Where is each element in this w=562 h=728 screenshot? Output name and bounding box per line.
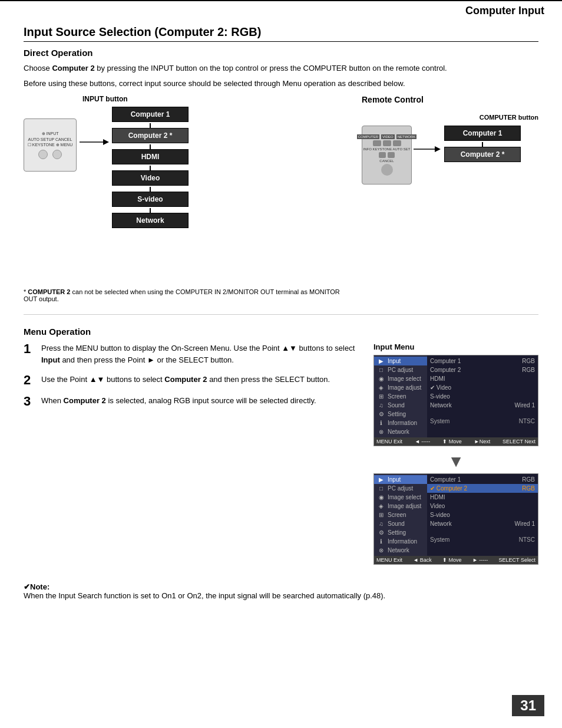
remote-buttons-column: Computer 1 Computer 2 * bbox=[444, 126, 521, 162]
menu1-system-row: System NTSC bbox=[427, 416, 538, 427]
menu-ui: Input Menu ▶Input □PC adjust ◉Image sele… bbox=[373, 342, 538, 571]
right-video-2: Video bbox=[427, 502, 538, 510]
menu-steps: 1 Press the MENU button to display the O… bbox=[24, 342, 356, 416]
menu2-bottom-bar: MENU Exit ◄ Back ⬆ Move ► ----- SELECT S… bbox=[374, 556, 538, 564]
right-network-1: NetworkWired 1 bbox=[427, 401, 538, 410]
svg-marker-3 bbox=[435, 146, 441, 152]
section1-title: Input Source Selection (Computer 2: RGB) bbox=[24, 25, 538, 42]
right-computer1-2: Computer 1RGB bbox=[427, 475, 538, 484]
menu-down-arrow: ▼ bbox=[373, 452, 538, 471]
menu-item-info-1: ℹInformation bbox=[374, 419, 427, 427]
input-button-label: INPUT button bbox=[82, 95, 128, 103]
step-3: 3 When Computer 2 is selected, analog RG… bbox=[24, 395, 356, 408]
arrow-svg bbox=[77, 124, 112, 148]
menu-item-sound-2: ♫Sound bbox=[374, 519, 427, 528]
right-computer2-2: ✔ Computer 2RGB bbox=[427, 484, 538, 493]
body-text-1: Choose Computer 2 by pressing the INPUT … bbox=[24, 62, 538, 74]
page-header: Computer Input bbox=[0, 0, 562, 19]
menu-item-screen-1: ⊞Screen bbox=[374, 392, 427, 401]
menu-item-setting-2: ⚙Setting bbox=[374, 528, 427, 537]
onscreen-menu-2: ▶Input □PC adjust ◉Image select ◈Image a… bbox=[373, 473, 538, 565]
menu2-system-label: System bbox=[430, 536, 449, 543]
step-1: 1 Press the MENU button to display the O… bbox=[24, 342, 356, 365]
right-network-2: NetworkWired 1 bbox=[427, 519, 538, 528]
right-computer1-1: Computer 1RGB bbox=[427, 357, 538, 365]
computer-button-label: COMPUTER button bbox=[480, 114, 538, 121]
remote-btn-computer1: Computer 1 bbox=[444, 126, 521, 141]
remote-image: COMPUTER VIDEO NETWORK INFO KEYSTONE AUT… bbox=[362, 126, 412, 185]
onscreen-menu-1: ▶Input □PC adjust ◉Image select ◈Image a… bbox=[373, 355, 538, 446]
remote-control-label: Remote Control bbox=[362, 95, 538, 104]
remote-arrow-svg bbox=[412, 140, 442, 158]
btn-computer2: Computer 2 * bbox=[112, 128, 189, 143]
menu-item-setting-1: ⚙Setting bbox=[374, 410, 427, 419]
menu-item-input-1: ▶Input bbox=[374, 357, 427, 365]
menu-item-info-2: ℹInformation bbox=[374, 537, 427, 546]
menu-operation-title: Menu Operation bbox=[24, 327, 538, 337]
menu-item-input-2: ▶Input bbox=[374, 475, 427, 484]
diagram-row: INPUT button Top Control ⊕ INPUT AUTO SE… bbox=[24, 95, 538, 302]
btn-video: Video bbox=[112, 170, 189, 186]
menu2-system-row: System NTSC bbox=[427, 534, 538, 545]
step-2: 2 Use the Point ▲▼ buttons to select Com… bbox=[24, 374, 356, 387]
direct-operation-title: Direct Operation bbox=[24, 48, 538, 58]
header-title: Computer Input bbox=[465, 5, 544, 17]
menu1-system-value: NTSC bbox=[519, 418, 535, 424]
menu-item-pcadjust-2: □PC adjust bbox=[374, 484, 427, 493]
menu-section: 1 Press the MENU button to display the O… bbox=[24, 342, 538, 571]
body-text-2: Before using these buttons, correct inpu… bbox=[24, 78, 538, 90]
note-title: ✔Note: bbox=[24, 582, 538, 591]
input-menu-label: Input Menu bbox=[373, 342, 538, 351]
menu1-system-label: System bbox=[430, 418, 449, 424]
asterisk-note: * COMPUTER 2 can not be selected when us… bbox=[24, 288, 344, 302]
note-box: ✔Note: When the Input Search function is… bbox=[24, 582, 538, 600]
page-number: 31 bbox=[512, 695, 544, 716]
menu1-bottom-bar: MENU Exit ◄ ----- ⬆ Move ►Next SELECT Ne… bbox=[374, 437, 538, 446]
buttons-column: Computer 1 Computer 2 * HDMI Video S-vid… bbox=[112, 107, 189, 228]
menu-item-imgselect-1: ◉Image select bbox=[374, 374, 427, 383]
top-control-diagram: INPUT button Top Control ⊕ INPUT AUTO SE… bbox=[24, 95, 344, 302]
btn-network: Network bbox=[112, 213, 189, 228]
menu-item-sound-1: ♫Sound bbox=[374, 401, 427, 410]
right-hdmi-2: HDMI bbox=[427, 493, 538, 502]
btn-computer1: Computer 1 bbox=[112, 107, 189, 122]
menu2-system-value: NTSC bbox=[519, 536, 535, 543]
right-video-1: ✔ Video bbox=[427, 383, 538, 392]
menu-item-screen-2: ⊞Screen bbox=[374, 510, 427, 519]
note-text: When the Input Search function is set to… bbox=[24, 591, 538, 600]
right-svideo-2: S-video bbox=[427, 510, 538, 519]
menu-item-network-1: ⊗Network bbox=[374, 427, 427, 436]
right-computer2-1: Computer 2RGB bbox=[427, 365, 538, 374]
menu-item-imgselect-2: ◉Image select bbox=[374, 493, 427, 502]
divider bbox=[24, 314, 538, 315]
remote-btn-computer2: Computer 2 * bbox=[444, 147, 521, 162]
btn-hdmi: HDMI bbox=[112, 149, 189, 164]
menu-item-imgadjust-2: ◈Image adjust bbox=[374, 502, 427, 510]
menu-item-network-2: ⊗Network bbox=[374, 546, 427, 555]
btn-svideo: S-video bbox=[112, 192, 189, 207]
right-svideo-1: S-video bbox=[427, 392, 538, 401]
menu-item-imgadjust-1: ◈Image adjust bbox=[374, 383, 427, 392]
svg-marker-1 bbox=[103, 139, 109, 145]
right-hdmi-1: HDMI bbox=[427, 374, 538, 383]
top-control-image: ⊕ INPUT AUTO SETUP CANCEL ☐ KEYSTONE ⊕ M… bbox=[24, 118, 77, 172]
remote-control-diagram: Remote Control COMPUTER button COMPUTER … bbox=[362, 95, 538, 202]
menu-item-pcadjust-1: □PC adjust bbox=[374, 365, 427, 374]
